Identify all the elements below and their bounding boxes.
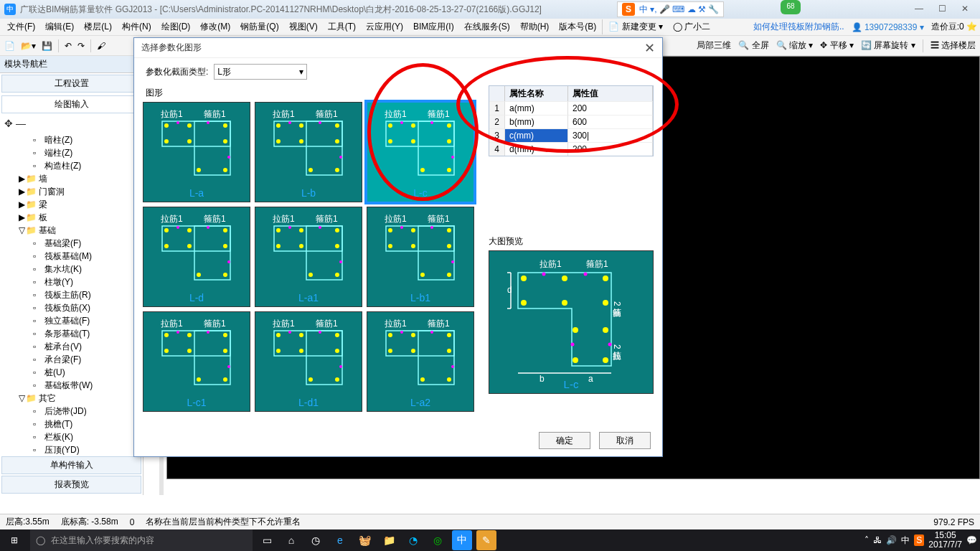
tree-node[interactable]: ▽📁 其它 [19,392,140,405]
minimize-button[interactable]: — [908,2,930,17]
tree-node[interactable]: ▫集水坑(K) [33,263,140,276]
store-icon[interactable]: 🧺 [354,530,374,550]
tree-node[interactable]: ▫桩(U) [33,366,140,379]
menu-draw[interactable]: 绘图(D) [157,19,195,34]
tree-node[interactable]: ▫构造柱(Z) [33,159,140,172]
tree-node[interactable]: ▶📁 梁 [19,198,140,211]
maximize-button[interactable]: ☐ [931,2,953,17]
tree-node[interactable]: ▫筏板基础(M) [33,250,140,263]
user-account[interactable]: 👤 13907298339 ▾ [852,22,924,32]
menu-rebar[interactable]: 钢筋量(Q) [236,19,283,34]
shape-option-L-b1[interactable]: 拉筋1箍筋1L-b1 [367,207,474,307]
tree-node[interactable]: ▫后浇带(JD) [33,405,140,418]
menu-component[interactable]: 构件(N) [118,19,156,34]
menu-online[interactable]: 在线服务(S) [460,19,514,34]
tree-node[interactable]: ▶📁 板 [19,211,140,224]
param-row[interactable]: 4d(mm)200 [489,142,653,156]
tree-node[interactable]: ▫端柱(Z) [33,146,140,159]
new-icon[interactable]: 📄 [4,41,15,51]
shape-option-L-d1[interactable]: 拉筋1箍筋1L-d1 [255,311,362,412]
radio-guangxiaoer[interactable]: ◯ 广小二 [669,19,715,34]
new-change-button[interactable]: 📄 新建变更 ▾ [602,19,667,34]
tree-node[interactable]: ▶📁 门窗洞 [19,185,140,198]
tree-node[interactable]: ▫承台梁(F) [33,353,140,366]
undo-icon[interactable]: ↶ [65,41,72,51]
menu-tools[interactable]: 工具(T) [324,19,360,34]
tool-pan[interactable]: ✥ 平移 ▾ [820,39,854,52]
app-icon-4[interactable]: ◎ [428,530,448,550]
taskview-icon[interactable]: ▭ [257,530,277,550]
app-icon-6[interactable]: ✎ [476,530,496,550]
edge-icon[interactable]: e [330,530,350,550]
single-component-button[interactable]: 单构件输入 [1,456,141,474]
menu-edit[interactable]: 编辑(E) [41,19,78,34]
param-row[interactable]: 3c(mm)300| [489,128,653,142]
menu-version[interactable]: 版本号(B) [555,19,600,34]
shape-option-L-a1[interactable]: 拉筋1箍筋1L-a1 [255,207,362,307]
menu-modify[interactable]: 修改(M) [196,19,235,34]
param-row[interactable]: 2b(mm)600 [489,115,653,128]
tree-node[interactable]: ▫独立基础(F) [33,314,140,327]
shape-option-L-d[interactable]: 拉筋1箍筋1L-d [143,207,250,307]
menu-view[interactable]: 视图(V) [285,19,322,34]
open-icon[interactable]: 📂▾ [21,41,36,51]
app-icon-1[interactable]: ⌂ [281,530,301,550]
tree-node[interactable]: ▫挑檐(T) [33,418,140,430]
ok-button[interactable]: 确定 [539,432,590,449]
project-settings-button[interactable]: 工程设置 [1,75,141,93]
app-icon-2[interactable]: ◷ [306,530,326,550]
app-icon-5[interactable]: 中 [452,530,472,550]
draw-input-button[interactable]: 绘图输入 [1,95,141,113]
app-icon-3[interactable]: ◔ [403,530,423,550]
shape-option-L-a[interactable]: 拉筋1箍筋1L-a [143,102,250,202]
tray-volume-icon[interactable]: 🔊 [886,535,897,545]
redo-icon[interactable]: ↷ [77,41,85,51]
tree-node[interactable]: ▫筏板主筋(R) [33,288,140,301]
tool-3d[interactable]: 局部三维 [697,39,731,52]
taskbar-clock[interactable]: 15:05 2017/7/7 [928,531,962,550]
tree-node[interactable]: ▫暗柱(Z) [33,133,140,146]
menu-bim[interactable]: BIM应用(I) [409,19,458,34]
tree-node[interactable]: ▫基础梁(F) [33,237,140,250]
shape-option-L-a2[interactable]: 拉筋1箍筋1L-a2 [367,311,474,412]
sidebar-icons[interactable]: ✥ — [0,115,143,132]
close-button[interactable]: ✕ [954,2,976,17]
help-link[interactable]: 如何处理筏板附加钢筋.. [753,21,844,33]
section-type-select[interactable]: L形 ▾ [214,64,307,80]
tray-chevron-icon[interactable]: ˄ [864,535,869,545]
tool-select-floor[interactable]: ☰ 选择楼层 [930,39,976,52]
tray-network-icon[interactable]: 🖧 [873,535,882,545]
tree-node[interactable]: ▽📁 基础 [19,224,140,237]
dialog-close-button[interactable]: ✕ [644,40,655,56]
cancel-button[interactable]: 取消 [599,432,651,449]
ime-toolbar[interactable]: S 中 ▾, 🎤 ⌨ ☁ ⚒ 🔧 [617,1,724,17]
action-center-icon[interactable]: 💬 [966,535,977,545]
tree-node[interactable]: ▫柱墩(Y) [33,276,140,288]
tree-node[interactable]: ▫栏板(K) [33,430,140,443]
tree-node[interactable]: ▫筏板负筋(X) [33,301,140,314]
menu-floor[interactable]: 楼层(L) [80,19,116,34]
tool-fullscreen[interactable]: 🔍 全屏 [738,39,768,52]
save-icon[interactable]: 💾 [42,41,52,51]
tree-node[interactable]: ▫基础板带(W) [33,379,140,392]
shape-option-L-b[interactable]: 拉筋1箍筋1L-b [255,102,362,202]
tree-node[interactable]: ▶📁 墙 [19,172,140,185]
report-preview-button[interactable]: 报表预览 [1,476,141,494]
tray-sogou-icon[interactable]: S [914,534,924,546]
menu-help[interactable]: 帮助(H) [516,19,554,34]
paint-icon[interactable]: 🖌 [97,41,105,51]
tree-node[interactable]: ▫桩承台(V) [33,340,140,353]
taskbar-search[interactable]: ◯ 在这里输入你要搜索的内容 [30,529,253,551]
tool-zoom[interactable]: 🔍 缩放 ▾ [776,39,814,52]
tray-ime-icon[interactable]: 中 [901,534,910,547]
folder-icon[interactable]: 📁 [379,530,399,550]
start-button[interactable]: ⊞ [3,529,26,551]
tool-rotate[interactable]: 🔄 屏幕旋转 ▾ [861,39,915,52]
menu-cloud[interactable]: 云应用(Y) [362,19,407,34]
tree-node[interactable]: ▫条形基础(T) [33,327,140,340]
tree-node[interactable]: ▫压顶(YD) [33,443,140,456]
shape-option-L-c[interactable]: 拉筋1箍筋1L-c [367,102,474,202]
param-row[interactable]: 1a(mm)200 [489,101,653,115]
menu-file[interactable]: 文件(F) [3,19,39,34]
shape-option-L-c1[interactable]: 拉筋1箍筋1L-c1 [143,311,250,412]
